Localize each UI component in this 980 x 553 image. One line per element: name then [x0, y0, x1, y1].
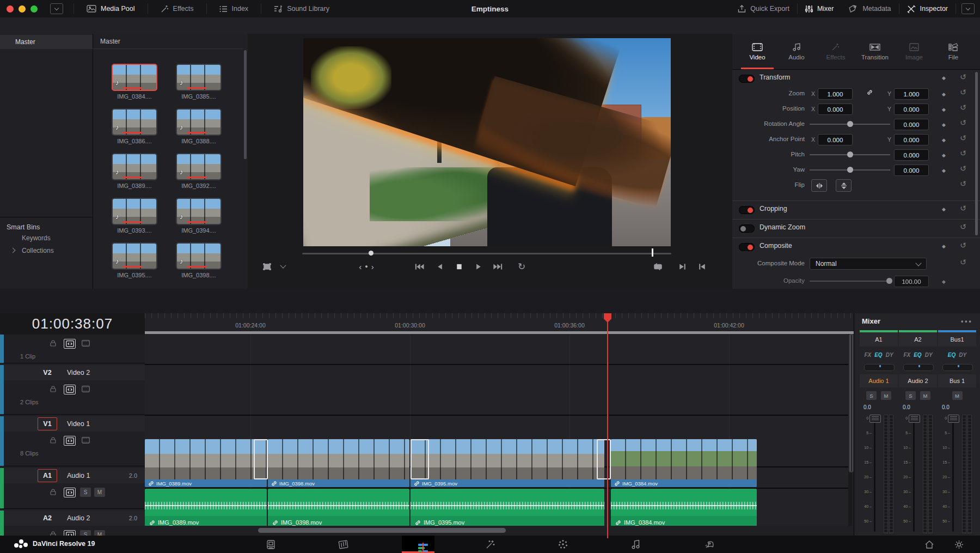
fx-button[interactable]: FX: [864, 352, 871, 358]
keyframe-diamond-icon[interactable]: ◆: [942, 168, 946, 173]
track-name[interactable]: Audio 2: [67, 514, 90, 522]
eq-button[interactable]: EQ: [948, 352, 955, 358]
reset-icon[interactable]: ↺: [960, 204, 966, 212]
dy-button[interactable]: DY: [925, 352, 933, 358]
cut-page-button[interactable]: [327, 536, 359, 553]
track-lock-icon[interactable]: [47, 339, 58, 348]
media-clip[interactable]: ♪IMG_0386....: [112, 108, 157, 144]
stop-button[interactable]: [452, 259, 466, 274]
pan-control[interactable]: [903, 364, 934, 371]
media-clip[interactable]: ♪IMG_0394....: [176, 198, 222, 234]
page-layout-menu[interactable]: [961, 3, 975, 14]
fusion-page-button[interactable]: [474, 536, 506, 553]
value-field[interactable]: 0.000: [894, 149, 929, 161]
cropping-section-toggle[interactable]: [739, 206, 755, 214]
viewer-scrub-bar[interactable]: [302, 253, 671, 254]
eq-button[interactable]: EQ: [874, 352, 882, 358]
video-clip[interactable]: IMG_0398.mov: [268, 439, 409, 487]
media-clip[interactable]: ♪IMG_0398....: [176, 242, 222, 278]
fader-slot[interactable]: [952, 416, 954, 532]
edit-page-button[interactable]: [402, 536, 434, 553]
media-clip[interactable]: ♪IMG_0388....: [176, 108, 222, 144]
keyframe-diamond-icon[interactable]: ◆: [942, 244, 946, 249]
sound-library-toggle-button[interactable]: Sound Library: [266, 0, 337, 17]
bin-item-master[interactable]: Master: [0, 35, 93, 49]
go-to-last-frame-button[interactable]: [491, 259, 505, 274]
fader-knob[interactable]: [869, 415, 881, 423]
y-value-field[interactable]: 1.000: [894, 88, 929, 100]
jog-control[interactable]: ‹ ● ›: [350, 259, 383, 274]
tab-file[interactable]: File: [934, 34, 973, 69]
reset-icon[interactable]: ↺: [960, 72, 966, 81]
x-value-field[interactable]: 1.000: [818, 88, 853, 100]
keyframe-diamond-icon[interactable]: ◆: [942, 122, 946, 127]
media-clip[interactable]: ♪IMG_0395....: [112, 242, 157, 278]
tab-audio[interactable]: Audio: [777, 34, 816, 69]
y-value-field[interactable]: 0.000: [894, 134, 929, 145]
auto-select-icon[interactable]: [64, 385, 76, 394]
keyframe-diamond-icon[interactable]: ◆: [942, 107, 946, 112]
track-name[interactable]: Video 2: [67, 369, 90, 376]
window-minimize-button[interactable]: [19, 5, 26, 13]
transform-mode-chevron[interactable]: [280, 262, 286, 268]
keyframe-diamond-icon[interactable]: ◆: [942, 279, 946, 284]
auto-select-icon[interactable]: [64, 339, 76, 349]
smart-bin-collections[interactable]: Collections: [22, 247, 54, 254]
solo-button[interactable]: S: [905, 391, 916, 400]
deliver-page-button[interactable]: [693, 536, 725, 553]
reset-icon[interactable]: ↺: [960, 222, 966, 231]
color-page-button[interactable]: [547, 536, 579, 553]
track-lock-icon[interactable]: [47, 436, 58, 445]
mute-button[interactable]: M: [881, 391, 891, 400]
dynamic-zoom-section-toggle[interactable]: [739, 224, 755, 233]
track-badge[interactable]: A2: [38, 512, 57, 525]
slider-handle[interactable]: [847, 151, 853, 157]
window-layout-menu[interactable]: [50, 3, 63, 14]
media-pool-toggle-button[interactable]: Media Pool: [79, 0, 143, 17]
fx-button[interactable]: FX: [903, 352, 910, 358]
x-value-field[interactable]: 0.000: [818, 134, 853, 145]
reset-icon[interactable]: ↺: [960, 103, 966, 112]
y-value-field[interactable]: 0.000: [894, 104, 929, 115]
effects-toggle-button[interactable]: Effects: [153, 0, 201, 17]
media-page-button[interactable]: [255, 536, 286, 553]
flip-horizontal-button[interactable]: [811, 179, 827, 192]
viewer-scrub-handle[interactable]: [369, 251, 373, 256]
reset-icon[interactable]: ↺: [960, 258, 966, 266]
timeline-lanes[interactable]: IMG_0389.movIMG_0389.movIMG_0398.movIMG_…: [145, 334, 848, 526]
timeline-horizontal-scrollbar[interactable]: [258, 528, 506, 533]
opacity-handle[interactable]: [886, 278, 892, 284]
reset-icon[interactable]: ↺: [960, 164, 966, 173]
playhead-line[interactable]: [607, 313, 608, 538]
fader-knob[interactable]: [909, 415, 920, 423]
frame-view-icon[interactable]: [80, 385, 91, 393]
composite-mode-select[interactable]: Normal: [810, 258, 927, 270]
reset-icon[interactable]: ↺: [960, 133, 966, 142]
track-badge[interactable]: A1: [38, 469, 57, 482]
auto-select-icon[interactable]: [64, 488, 76, 497]
fairlight-page-button[interactable]: [620, 536, 652, 553]
composite-section-toggle[interactable]: [739, 243, 755, 251]
track-name[interactable]: Audio 1: [67, 472, 90, 479]
dy-button[interactable]: DY: [886, 352, 893, 358]
loop-playback-button[interactable]: ↻: [514, 259, 529, 274]
media-clip[interactable]: ♪IMG_0393....: [112, 198, 157, 234]
frame-view-icon[interactable]: [80, 436, 91, 445]
transform-section-toggle[interactable]: [739, 75, 755, 83]
index-toggle-button[interactable]: Index: [212, 0, 256, 17]
fader-slot[interactable]: [913, 416, 915, 532]
audio-clip[interactable]: IMG_0398.mov: [268, 489, 409, 526]
project-manager-home-button[interactable]: [914, 536, 945, 553]
loop-range-button[interactable]: [651, 259, 665, 274]
window-zoom-button[interactable]: [30, 5, 38, 13]
audio-clip[interactable]: IMG_0389.mov: [145, 489, 267, 526]
fader-knob[interactable]: [948, 415, 959, 423]
value-field[interactable]: 0.000: [894, 119, 929, 130]
media-clip[interactable]: ♪IMG_0392....: [176, 153, 222, 189]
mute-button[interactable]: M: [952, 391, 963, 400]
go-to-first-frame-button[interactable]: [412, 259, 426, 274]
video-clip[interactable]: IMG_0395.mov: [411, 439, 604, 487]
opacity-slider[interactable]: [810, 281, 890, 282]
play-button[interactable]: [471, 259, 485, 274]
reset-icon[interactable]: ↺: [960, 149, 966, 157]
